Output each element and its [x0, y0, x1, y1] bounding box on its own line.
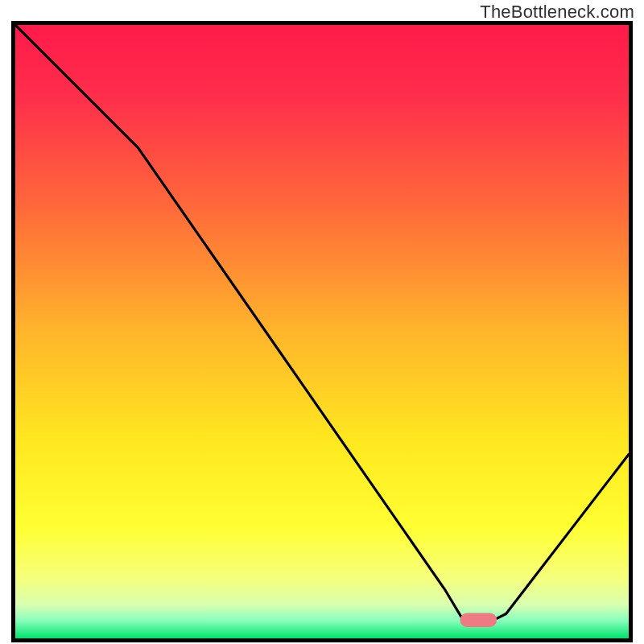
plot-area: [15, 25, 629, 638]
plot-frame: [11, 21, 633, 642]
chart-container: TheBottleneck.com: [0, 0, 644, 644]
optimal-range-marker: [460, 613, 497, 627]
watermark-text: TheBottleneck.com: [480, 2, 634, 23]
chart-svg: [15, 25, 629, 638]
